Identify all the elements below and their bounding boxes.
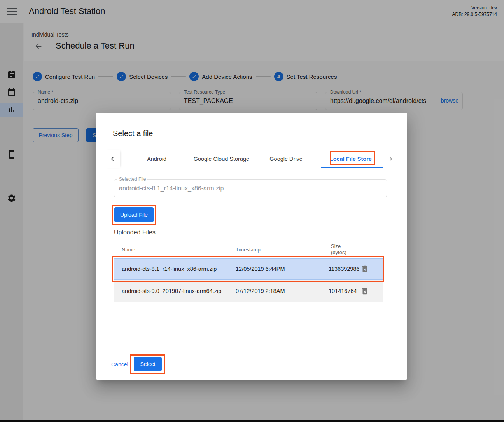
tab-android[interactable]: Android xyxy=(124,150,189,168)
tabs-scroll-left-button[interactable] xyxy=(105,150,120,168)
select-button[interactable]: Select xyxy=(134,357,162,371)
delete-file-button[interactable] xyxy=(360,265,369,273)
selected-file-field[interactable]: Selected File android-cts-8.1_r14-linux_… xyxy=(114,179,387,197)
file-name: android-cts-8.1_r14-linux_x86-arm.zip xyxy=(122,266,217,272)
tab-local-file-store[interactable]: Local File Store xyxy=(318,150,383,168)
trash-delete-icon xyxy=(360,287,369,295)
files-table-header: Name Timestamp Size (bytes) xyxy=(114,242,383,258)
file-size: 1136392986 xyxy=(329,266,359,272)
column-header-name: Name xyxy=(122,247,135,253)
select-file-dialog: Select a file Android Google Cloud Stora… xyxy=(96,113,407,380)
delete-file-button[interactable] xyxy=(360,287,369,295)
file-timestamp: 12/05/2019 6:44PM xyxy=(236,266,285,272)
table-row[interactable]: android-sts-9.0_201907-linux-arm64.zip 0… xyxy=(114,280,383,302)
dialog-tabs: Android Google Cloud Storage Google Driv… xyxy=(124,150,383,168)
tab-google-cloud-storage[interactable]: Google Cloud Storage xyxy=(189,150,254,168)
table-row-selected[interactable]: android-cts-8.1_r14-linux_x86-arm.zip 12… xyxy=(114,258,383,280)
column-header-size: Size (bytes) xyxy=(331,243,346,256)
selected-file-value: android-cts-8.1_r14-linux_x86-arm.zip xyxy=(114,180,387,197)
cancel-button[interactable]: Cancel xyxy=(111,361,128,368)
window-edge xyxy=(0,420,504,422)
file-timestamp: 07/12/2019 2:18AM xyxy=(236,288,285,294)
chevron-left-icon xyxy=(108,155,117,163)
chevron-right-icon xyxy=(387,155,395,163)
selected-file-label: Selected File xyxy=(117,176,147,182)
trash-delete-icon xyxy=(360,265,369,273)
column-header-timestamp: Timestamp xyxy=(236,247,261,253)
uploaded-files-title: Uploaded Files xyxy=(114,229,156,236)
file-name: android-sts-9.0_201907-linux-arm64.zip xyxy=(122,288,221,294)
dialog-title: Select a file xyxy=(113,129,153,138)
tab-google-drive[interactable]: Google Drive xyxy=(254,150,318,168)
upload-file-button[interactable]: Upload File xyxy=(114,207,154,222)
tabs-scroll-right-button[interactable] xyxy=(383,150,399,168)
file-size: 101416764 xyxy=(329,288,357,294)
app-screen: Android Test Station Version: dev ADB: 2… xyxy=(0,0,504,422)
active-tab-indicator xyxy=(321,167,383,168)
